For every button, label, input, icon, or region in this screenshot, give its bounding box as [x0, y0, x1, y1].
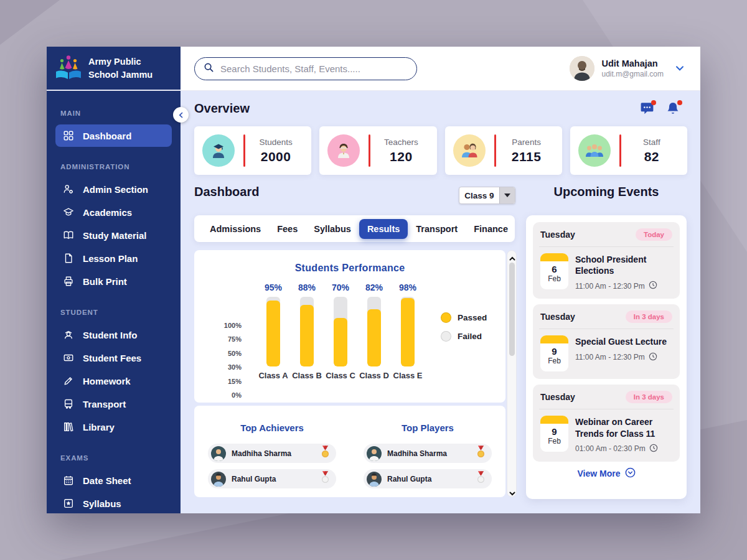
nav-section-main: MAIN [60, 110, 167, 117]
sidebar-item-transport[interactable]: Transport [55, 393, 172, 415]
sidebar-collapse-button[interactable] [173, 107, 189, 123]
sidebar-item-syllabus[interactable]: Syllabus [55, 492, 172, 513]
sidebar-item-homework[interactable]: Homework [55, 370, 172, 392]
grid-icon [62, 129, 75, 142]
stat-card-students: Students 2000 [194, 126, 311, 175]
tab-transport[interactable]: Transport [408, 219, 466, 239]
event-day: Tuesday [540, 392, 575, 402]
tab-results[interactable]: Results [359, 219, 408, 239]
student-avatar [211, 446, 226, 461]
stat-label: Teachers [370, 138, 431, 147]
sidebar-item-student-fees[interactable]: Student Fees [55, 347, 172, 369]
dashboard-section-title: Dashboard [194, 185, 259, 199]
divider [539, 409, 674, 409]
search-input[interactable] [220, 63, 408, 74]
tab-admissions[interactable]: Admissions [202, 219, 269, 239]
legend-item-passed: Passed [441, 312, 487, 323]
y-axis-ticks: 100%75% 50%30% 15%0% [210, 322, 242, 399]
top-header: Udit Mahajan udit.m@gmail.com [181, 47, 700, 91]
user-info: Udit Mahajan udit.m@gmail.com [601, 58, 664, 78]
sidebar-item-admin-section[interactable]: Admin Section [55, 178, 172, 200]
bar-track [334, 297, 347, 366]
upcoming-events-title: Upcoming Events [526, 185, 687, 199]
stat-label: Students [245, 138, 306, 147]
tab-fees[interactable]: Fees [269, 219, 306, 239]
class-selector[interactable]: Class 9 [459, 187, 515, 204]
bar-fill-passed [334, 318, 347, 366]
event-day: Tuesday [540, 230, 575, 240]
sidebar-item-academics[interactable]: Academics [55, 201, 172, 223]
event-time: 11:00 Am - 12:30 Pm [575, 281, 670, 291]
view-more-link[interactable]: View More [533, 467, 680, 480]
scroll-down-arrow[interactable] [509, 488, 515, 494]
top-players-column: Top Players Madhiha Sharma [350, 406, 505, 497]
tab-finance[interactable]: Finance [466, 219, 516, 239]
messages-button[interactable] [639, 101, 655, 117]
top-achievers-players-card: Top Achievers Madhiha Sharma [194, 406, 505, 497]
star-square-icon [62, 497, 75, 510]
class-selector-dropdown-button[interactable] [499, 187, 515, 203]
player-row[interactable]: Madhiha Sharma [364, 444, 492, 463]
bar-track [266, 297, 280, 366]
search-bar[interactable] [194, 57, 417, 80]
school-logo-block: Army Public School Jammu [47, 47, 181, 91]
achiever-row[interactable]: Rahul Gupta [208, 469, 336, 488]
nav-section-exams: EXAMS [60, 454, 167, 462]
bar-track [401, 297, 415, 366]
clock-icon [649, 444, 658, 454]
event-name: Webinar on Career Trends for Class 11 [575, 416, 670, 439]
calendar-top-bar [540, 416, 568, 424]
student-avatar [367, 472, 382, 487]
player-row[interactable]: Rahul Gupta [364, 469, 492, 488]
bar-fill-passed [401, 298, 415, 366]
tab-syllabus[interactable]: Syllabus [306, 219, 359, 239]
bar-class-d: 82% Class D [360, 282, 388, 380]
sidebar-item-student-info[interactable]: Student Info [55, 324, 172, 346]
sidebar-item-dashboard[interactable]: Dashboard [55, 124, 172, 147]
dashboard-tabs: Admissions Fees Syllabus Results Transpo… [194, 215, 515, 242]
stats-row: Students 2000 Teachers 120 [194, 126, 687, 175]
event-card[interactable]: Tuesday In 3 days 9 Feb Special Guest Le… [533, 304, 680, 379]
sidebar-item-library[interactable]: Library [55, 416, 172, 438]
gold-medal-icon [476, 446, 486, 461]
event-name: Special Guest Lecture [575, 336, 667, 347]
calendar-top-bar [540, 335, 568, 343]
event-badge: Today [636, 228, 672, 241]
bar-fill-passed [367, 309, 381, 366]
results-scroll-area: Students Performance 100%75% 50%30% 15%0… [194, 250, 517, 497]
calendar-top-bar [540, 253, 568, 261]
bar-fill-passed [300, 305, 314, 366]
scrollbar-thumb[interactable] [509, 263, 515, 356]
sidebar-item-study-material[interactable]: Study Material [55, 224, 172, 246]
sidebar-item-lesson-plan[interactable]: Lesson Plan [55, 247, 172, 269]
divider [539, 246, 674, 247]
stat-card-teachers: Teachers 120 [319, 126, 436, 175]
student-avatar [211, 472, 226, 487]
sidebar-nav: MAIN Dashboard ADMINISTRATION [47, 91, 181, 513]
bar-value-label: 88% [298, 282, 316, 295]
class-selector-value: Class 9 [459, 187, 499, 203]
achiever-row[interactable]: Madhiha Sharma [208, 444, 336, 463]
dashboard-window: Army Public School Jammu MAIN Dashboard … [47, 47, 700, 513]
nav-section-student: STUDENT [60, 309, 167, 316]
stat-label: Parents [496, 138, 557, 147]
scroll-up-arrow[interactable] [509, 253, 515, 259]
silver-medal-icon [320, 471, 331, 487]
notifications-button[interactable] [665, 101, 682, 117]
stat-label: Staff [621, 138, 682, 147]
sidebar-item-date-sheet[interactable]: Date Sheet [55, 469, 172, 492]
sidebar-item-bulk-print[interactable]: Bulk Print [55, 270, 172, 292]
event-card[interactable]: Tuesday Today 6 Feb School President Ele… [533, 222, 680, 299]
gold-medal-icon [320, 446, 331, 461]
vertical-scrollbar[interactable] [507, 250, 517, 497]
event-card[interactable]: Tuesday In 3 days 9 Feb Webinar on Caree… [533, 385, 680, 461]
bar-fill-passed [266, 301, 280, 366]
achiever-name: Rahul Gupta [232, 475, 314, 483]
message-notification-dot [651, 100, 656, 105]
bar-category-label: Class C [326, 371, 355, 380]
parents-stat-icon [453, 134, 486, 167]
user-profile-menu[interactable]: Udit Mahajan udit.m@gmail.com [570, 56, 684, 81]
user-avatar [570, 56, 594, 81]
printer-icon [62, 275, 75, 287]
bar-category-label: Class E [393, 371, 423, 380]
